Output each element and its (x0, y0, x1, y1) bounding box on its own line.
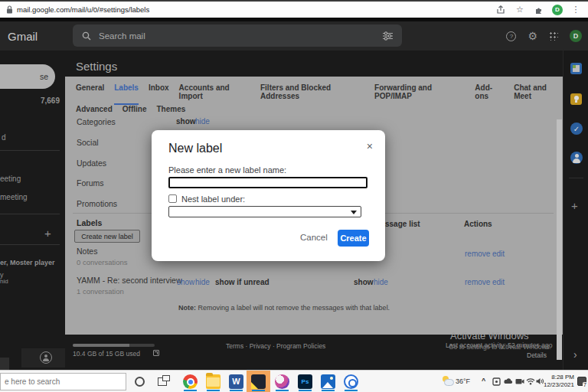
contact-partial-3[interactable]: hid (0, 278, 8, 285)
search-bar[interactable] (73, 24, 402, 47)
message-list-hide-link[interactable]: hide (374, 278, 388, 286)
footer-links[interactable]: Terms · Privacy · Program Policies (226, 342, 325, 350)
cloud-tray-icon[interactable] (504, 377, 513, 385)
share-icon[interactable] (495, 4, 507, 16)
settings-tabs-row-2: Advanced Offline Themes (76, 105, 185, 118)
tab-labels[interactable]: Labels (114, 83, 139, 105)
browser-address-bar: mail.google.com/mail/u/0/#settings/label… (0, 0, 588, 18)
calendar-icon[interactable] (570, 63, 582, 74)
tab-accounts-import[interactable]: Accounts and Import (179, 83, 250, 105)
settings-gear-icon[interactable]: ⚙ (528, 31, 537, 41)
remove-link[interactable]: remove (465, 278, 490, 286)
media-player-icon[interactable] (344, 374, 358, 389)
create-new-label-button[interactable]: Create new label (74, 230, 140, 243)
add-label-plus-icon[interactable]: + (44, 227, 51, 240)
chrome-taskbar-icon[interactable] (183, 374, 198, 389)
photos-icon[interactable] (321, 374, 335, 389)
message-list-show[interactable]: show (354, 278, 374, 286)
task-view-icon[interactable] (158, 377, 167, 386)
camera-tray-icon[interactable] (515, 377, 524, 385)
contact-partial-1[interactable]: er, Moster player (0, 259, 55, 266)
categories-hide-link[interactable]: hide (195, 117, 210, 126)
search-filter-icon[interactable] (383, 31, 393, 41)
corner-icon (0, 358, 9, 370)
categories-show[interactable]: show (176, 117, 196, 126)
labels-note: Note: Removing a label will not remove t… (178, 304, 390, 312)
taskbar-search-input[interactable] (0, 373, 126, 390)
sticky-notes-icon[interactable] (251, 374, 266, 389)
tab-inbox[interactable]: Inbox (149, 83, 169, 105)
tasks-icon[interactable]: ✓ (570, 122, 583, 135)
remove-link[interactable]: remove (465, 250, 490, 258)
running-app-indicator (299, 390, 312, 391)
url-text[interactable]: mail.google.com/mail/u/0/#settings/label… (17, 5, 149, 14)
collapse-side-panel-icon[interactable]: › (573, 348, 577, 361)
compose-button[interactable]: se (0, 64, 55, 89)
browser-profile-avatar[interactable]: D (552, 5, 563, 15)
hangouts-strip (21, 348, 65, 368)
photoshop-icon[interactable]: Ps (298, 374, 312, 389)
sidebar-item-snoozed-partial[interactable]: d (2, 133, 6, 142)
edit-link[interactable]: edit (492, 278, 505, 286)
account-avatar[interactable]: D (570, 30, 582, 42)
help-icon[interactable]: ? (506, 31, 516, 41)
details-link[interactable]: Details (527, 351, 547, 359)
file-explorer-icon[interactable] (206, 374, 220, 389)
label-name-prompt: Please enter a new label name: (168, 165, 286, 175)
paint-icon[interactable] (275, 374, 289, 389)
word-icon[interactable]: W (229, 374, 243, 389)
categories-row-label: Categories (77, 117, 116, 126)
tab-themes[interactable]: Themes (156, 105, 185, 118)
tab-offline[interactable]: Offline (122, 105, 147, 118)
page-scrollbar[interactable] (557, 119, 562, 360)
cancel-button[interactable]: Cancel (300, 233, 328, 242)
contacts-icon[interactable] (570, 152, 583, 164)
onedrive-tray-icon[interactable] (492, 377, 501, 386)
keep-icon[interactable] (570, 93, 582, 105)
create-button[interactable]: Create (338, 230, 369, 247)
parent-label-select[interactable] (168, 206, 361, 217)
sidebar-divider (0, 244, 60, 245)
tab-general[interactable]: General (76, 83, 104, 105)
inbox-count: 7,669 (31, 96, 60, 105)
sidebar-label-partial-2[interactable]: meeting (0, 193, 28, 201)
page-title: Settings (76, 60, 117, 73)
tab-chat-meet[interactable]: Chat and Meet (514, 83, 563, 105)
tab-filters[interactable]: Filters and Blocked Addresses (260, 83, 364, 105)
notification-center-icon[interactable]: 7 (577, 377, 586, 386)
weather-icon[interactable] (442, 376, 452, 385)
close-icon[interactable]: × (367, 140, 373, 152)
browser-menu-icon[interactable]: ⋮ (570, 4, 582, 16)
running-app-indicator (322, 390, 335, 391)
category-social: Social (77, 138, 99, 147)
label-name-input[interactable] (168, 177, 368, 188)
bookmark-star-icon[interactable]: ☆ (514, 4, 526, 16)
sidebar-label-partial-1[interactable]: eeting (0, 175, 21, 183)
apps-grid-icon[interactable] (549, 31, 558, 41)
tab-advanced[interactable]: Advanced (76, 105, 113, 118)
tab-forwarding[interactable]: Forwarding and POP/IMAP (374, 83, 465, 105)
tab-addons[interactable]: Add-ons (475, 83, 504, 105)
note-bold: Note: (178, 304, 196, 312)
get-addons-plus-icon[interactable]: + (571, 199, 578, 212)
show-link[interactable]: show (177, 278, 194, 286)
taskbar-clock[interactable]: 8:28 PM 12/23/2021 (536, 374, 574, 389)
hide-link[interactable]: hide (195, 278, 210, 286)
label-row-name: YAMM - Re: second interview (77, 276, 182, 285)
hangouts-contact-icon[interactable] (40, 351, 52, 364)
label-row-count: 0 conversations (77, 258, 128, 266)
search-icon[interactable] (82, 31, 91, 41)
wifi-tray-icon[interactable] (526, 377, 535, 385)
nest-label-checkbox[interactable] (168, 194, 177, 203)
temperature-text[interactable]: 36°F (456, 377, 470, 385)
edit-link[interactable]: edit (492, 250, 505, 258)
search-input[interactable] (99, 31, 383, 41)
show-if-unread-label[interactable]: show if unread (215, 278, 270, 286)
tray-expand-icon[interactable]: ^ (482, 377, 485, 384)
chevron-down-icon (351, 211, 357, 214)
gmail-logo[interactable]: Gmail (8, 30, 38, 43)
storage-manage-popout-icon[interactable] (153, 350, 159, 356)
extensions-icon[interactable] (533, 4, 545, 16)
new-label-dialog: New label × Please enter a new label nam… (152, 130, 385, 261)
cortana-icon[interactable] (135, 377, 145, 387)
